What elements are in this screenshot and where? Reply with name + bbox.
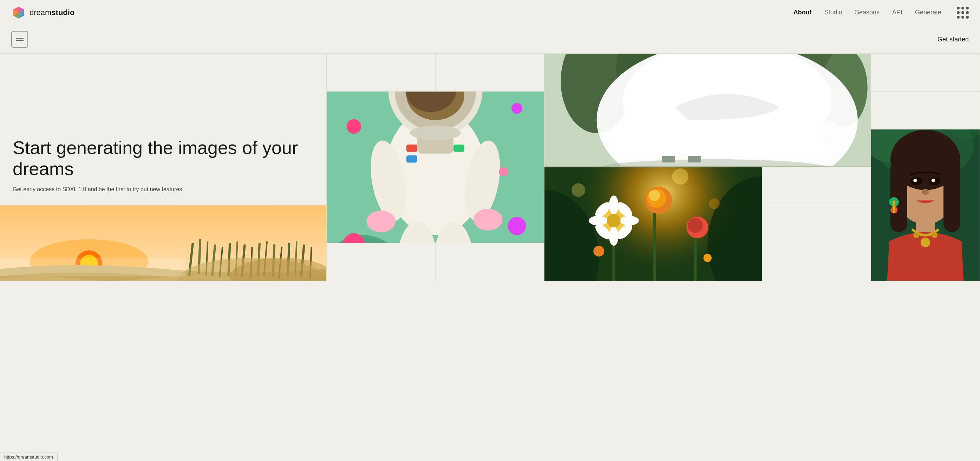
beach-image <box>0 205 326 281</box>
get-started-button[interactable]: Get started <box>937 36 969 43</box>
flowers-image-cell <box>544 167 762 281</box>
nav-about[interactable]: About <box>794 9 812 16</box>
beach-image-cell <box>0 205 327 281</box>
svg-point-105 <box>703 254 712 262</box>
svg-rect-88 <box>694 231 697 281</box>
svg-point-91 <box>609 227 619 246</box>
svg-point-107 <box>709 198 720 209</box>
portrait-image <box>871 130 980 281</box>
nav-grid-icon[interactable] <box>957 7 969 19</box>
grid-cell <box>871 54 980 92</box>
logo-text: dreamstudio <box>30 8 75 17</box>
svg-point-73 <box>922 189 929 195</box>
menu-button[interactable] <box>11 31 28 48</box>
logo-icon <box>11 5 26 20</box>
dot <box>957 11 959 14</box>
main-header: dreamstudio About Studio Seasons API Gen… <box>0 0 980 25</box>
main-nav: About Studio Seasons API Generate <box>794 7 969 19</box>
svg-rect-36 <box>406 144 417 152</box>
architecture-image-cell <box>544 54 871 167</box>
svg-point-50 <box>499 167 508 176</box>
menu-line-bottom <box>16 40 24 41</box>
dot <box>961 11 964 14</box>
hero-subtitle: Get early access to SDXL 1.0 and be the … <box>13 185 314 194</box>
svg-point-93 <box>620 216 639 225</box>
hero-text-area: Start generating the images of your drea… <box>0 54 327 205</box>
svg-point-42 <box>474 209 503 230</box>
svg-point-77 <box>932 232 937 238</box>
svg-point-98 <box>607 214 620 227</box>
svg-point-72 <box>932 179 935 182</box>
astronaut-image-cell <box>327 92 544 243</box>
grid-cell <box>327 243 436 281</box>
dot <box>966 16 969 19</box>
sub-header: Get started <box>0 25 980 53</box>
dot <box>966 11 969 14</box>
svg-rect-87 <box>653 203 656 281</box>
grid-cell <box>327 54 436 92</box>
svg-point-27 <box>508 217 526 235</box>
svg-point-76 <box>913 232 919 238</box>
url-bar: https://dreamstudio.com <box>0 453 57 461</box>
hero-title: Start generating the images of your drea… <box>13 138 314 180</box>
dot <box>966 7 969 10</box>
svg-point-104 <box>593 246 604 257</box>
svg-rect-38 <box>453 144 465 152</box>
architecture-image <box>544 54 871 167</box>
grid-cell <box>762 243 871 281</box>
svg-rect-68 <box>943 160 960 232</box>
svg-point-47 <box>410 125 460 140</box>
grid-cell <box>762 167 871 205</box>
logo-link[interactable]: dreamstudio <box>11 5 75 20</box>
svg-point-75 <box>921 238 930 247</box>
svg-point-101 <box>649 190 660 201</box>
svg-rect-80 <box>893 201 895 212</box>
svg-point-108 <box>571 183 585 197</box>
svg-rect-67 <box>891 160 907 232</box>
portrait-image-cell <box>871 130 980 281</box>
main-content: Start generating the images of your drea… <box>0 53 980 281</box>
grid-cell <box>871 92 980 130</box>
flowers-image <box>544 167 762 281</box>
svg-point-48 <box>347 119 361 134</box>
svg-point-106 <box>672 168 689 185</box>
svg-point-92 <box>589 216 608 225</box>
dot <box>961 16 964 19</box>
dot <box>961 7 964 10</box>
svg-point-103 <box>688 218 703 233</box>
nav-seasons[interactable]: Seasons <box>855 9 880 16</box>
svg-rect-17 <box>688 156 701 163</box>
dot <box>957 7 959 10</box>
svg-rect-37 <box>406 155 417 163</box>
svg-point-49 <box>511 103 522 114</box>
astronaut-image <box>327 92 544 243</box>
nav-studio[interactable]: Studio <box>824 9 842 16</box>
svg-point-41 <box>366 211 396 232</box>
svg-rect-16 <box>662 156 675 163</box>
nav-api[interactable]: API <box>892 9 902 16</box>
grid-cell <box>762 205 871 243</box>
menu-line-top <box>16 38 24 39</box>
image-grid: Start generating the images of your drea… <box>0 53 980 281</box>
dot <box>957 16 959 19</box>
nav-generate[interactable]: Generate <box>915 9 941 16</box>
grid-cell <box>436 54 544 92</box>
svg-point-71 <box>913 179 917 182</box>
svg-point-90 <box>609 195 619 214</box>
grid-cell <box>436 243 544 281</box>
svg-rect-132 <box>0 258 186 276</box>
